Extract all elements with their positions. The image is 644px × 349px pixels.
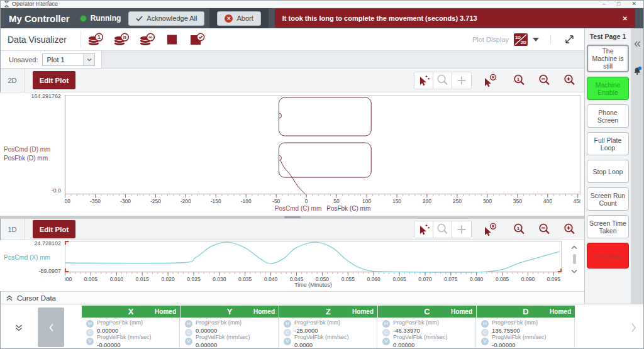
axis-card-z[interactable]: ZHomedHCVProgPosFbk (mm)-25.0000ProgVelF… (279, 306, 377, 349)
sidebar-button-full-plate-loop[interactable]: Full Plate Loop (587, 132, 629, 155)
plot-tab[interactable]: Unsaved: Plot 1 (0, 51, 102, 68)
record-single-icon[interactable]: 1 (87, 33, 104, 47)
plot-1d-canvas[interactable]: 0.0000.0050.0100.0150.0200.0250.0300.035… (65, 241, 562, 285)
velocity-indicator-icon: V (284, 338, 291, 345)
axis-bar-collapse[interactable] (0, 306, 38, 349)
plot-1d-ymax-label: 24.728102 (0, 240, 61, 247)
sidebar-button-terminate[interactable]: Terminate (587, 243, 629, 269)
velocity-indicator-icon: V (382, 338, 390, 345)
plot-2d-header: 2D Edit Plot 1 (0, 69, 584, 92)
sidebar-button-the-machine-is-still[interactable]: The Machine is still (587, 45, 629, 72)
app-icon (4, 1, 9, 8)
edit-plot-2d-button[interactable]: Edit Plot (33, 71, 75, 89)
plot-2d-canvas[interactable]: -400-350-300-250-200-150-100-50050100150… (65, 95, 580, 208)
measure-tool-group (414, 72, 472, 89)
pos-feedback-label: ProgPosFbk (mm) (492, 319, 547, 327)
pos-feedback-value: 136.75500 (492, 327, 547, 335)
divider (550, 35, 551, 44)
zoom-box-icon[interactable] (433, 221, 452, 238)
plot-1d-y-series-legend: PosCmd (X) mm (4, 254, 50, 261)
zoom-box-icon[interactable] (433, 72, 452, 89)
axis-card-d[interactable]: DHomedHCVProgPosFbk (mm)136.75500ProgVel… (477, 306, 575, 349)
svg-text:-100: -100 (241, 198, 252, 204)
chevron-left-icon (48, 323, 54, 332)
close-icon[interactable]: ✕ (631, 0, 636, 8)
maximize-icon[interactable]: □ (617, 0, 620, 8)
svg-text:150: 150 (392, 198, 401, 204)
zoom-in-icon[interactable] (559, 72, 579, 89)
alert-close-icon[interactable]: ✕ (623, 15, 628, 22)
operator-interface-window: { "window": { "title": "Operator Interfa… (0, 0, 644, 349)
axis-indicator-icons: HCV (380, 319, 392, 348)
minimize-icon[interactable]: – (602, 0, 606, 8)
plot-splitter[interactable] (0, 216, 584, 219)
plot-display-mode-icon[interactable]: 1D2D (514, 33, 528, 46)
cursor-data-bar[interactable]: Cursor Data (0, 291, 584, 304)
chevron-down-icon[interactable] (533, 38, 539, 42)
zoom-fit-icon[interactable]: 1 (509, 72, 529, 89)
abort-button[interactable]: ✕ Abort (217, 11, 260, 26)
plot-1d-x-axis-label: Time (Minutes) (65, 282, 562, 288)
pan-icon[interactable] (452, 221, 471, 238)
calibrate-indicator-icon: C (284, 329, 291, 336)
plot-1d-area: 24.728102 -89.0907 0.0000.0050.0100.0150… (0, 240, 584, 291)
edit-plot-1d-button[interactable]: Edit Plot (33, 220, 75, 238)
axis-card-body: HCVProgPosFbk (mm)0.00000ProgVelFbk (mm/… (180, 318, 279, 348)
homed-badge: Homed (155, 306, 176, 318)
splitter-handle-icon[interactable] (284, 216, 301, 218)
record-n-icon[interactable]: n (113, 33, 130, 47)
sidebar-button-machine-enable[interactable]: Machine Enable (587, 77, 629, 100)
axis-card-header: XHomed (82, 306, 180, 318)
homed-badge: Homed (352, 306, 374, 318)
double-chevron-down-icon[interactable] (15, 324, 23, 331)
svg-text:0: 0 (305, 198, 308, 204)
cursor-select-icon[interactable] (414, 221, 433, 238)
double-chevron-up-icon[interactable] (6, 295, 13, 301)
axis-card-x[interactable]: XHomedHCVProgPosFbk (mm)0.00000ProgVelFb… (82, 306, 180, 349)
cancel-measure-icon[interactable] (483, 74, 497, 87)
pan-icon[interactable] (452, 72, 471, 89)
status-dot-icon (80, 15, 87, 22)
sidebar-button-screen-time-taken[interactable]: Screen Time Taken (587, 215, 629, 238)
abort-zone: ✕ Abort (209, 8, 268, 28)
axis-indicator-icons: HCV (479, 319, 491, 348)
notification-icon[interactable] (633, 66, 642, 75)
sidebar-button-stop-loop[interactable]: Stop Loop (587, 160, 629, 183)
cursor-select-icon[interactable] (414, 72, 433, 89)
acknowledge-all-button[interactable]: Acknowledge All (128, 11, 204, 26)
axis-card-header: CHomed (378, 306, 476, 318)
chevron-down-icon[interactable] (569, 267, 580, 275)
record-continuous-icon[interactable]: ∞ (139, 33, 156, 47)
finalize-record-icon[interactable] (189, 33, 206, 47)
axis-scroll-right-button[interactable] (623, 306, 644, 349)
scrollbar-thumb[interactable] (573, 254, 576, 264)
axis-status-bar: XHomedHCVProgPosFbk (mm)0.00000ProgVelFb… (0, 304, 644, 349)
axis-card-body: HCVProgPosFbk (mm)-25.0000ProgVelFbk (mm… (279, 318, 377, 348)
vel-feedback-value: 0.00000 (196, 341, 250, 349)
stop-record-icon[interactable] (165, 33, 180, 47)
axis-scroll-left-button[interactable] (38, 307, 64, 347)
abort-x-icon: ✕ (225, 14, 233, 23)
zoom-in-icon[interactable] (559, 221, 579, 238)
zoom-fit-icon[interactable]: 1 (509, 221, 529, 238)
zoom-tool-group: 1 (509, 221, 579, 238)
calibrate-indicator-icon: C (86, 329, 94, 336)
plot-select[interactable]: Plot 1 (42, 53, 95, 66)
zoom-out-icon[interactable] (534, 221, 554, 238)
calibrate-indicator-icon: C (185, 329, 192, 336)
pos-feedback-value: 0.00000 (196, 327, 250, 335)
svg-text:-400: -400 (65, 198, 70, 204)
svg-text:-300: -300 (120, 198, 131, 204)
double-chevron-left-icon[interactable] (634, 41, 641, 47)
sidebar-title: Test Page 1 (587, 33, 629, 40)
sidebar-button-screen-run-count[interactable]: Screen Run Count (587, 187, 629, 211)
chevron-down-icon[interactable] (83, 54, 94, 65)
cancel-measure-icon[interactable] (483, 223, 497, 236)
expand-icon[interactable] (562, 32, 577, 47)
chevron-up-icon[interactable] (569, 243, 580, 252)
sidebar-button-phone-screen[interactable]: Phone Screen (587, 104, 629, 128)
zoom-out-icon[interactable] (534, 72, 554, 89)
axis-indicator-icons: HCV (84, 319, 96, 348)
axis-card-y[interactable]: YHomedHCVProgPosFbk (mm)0.00000ProgVelFb… (180, 306, 279, 349)
axis-card-c[interactable]: CHomedHCVProgPosFbk (mm)-46.33970ProgVel… (378, 306, 476, 349)
